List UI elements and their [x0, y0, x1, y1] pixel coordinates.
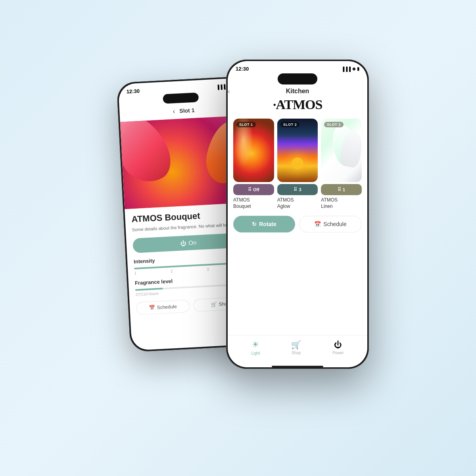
shop-icon: 🛒 [291, 340, 301, 349]
home-indicator [272, 366, 323, 367]
slot-3-status-label: 1 [343, 187, 345, 192]
slots-grid: SLOT 1 ⠿ Off ATMOS Bouquet [228, 119, 367, 209]
on-button-label: On [188, 239, 197, 246]
back-chevron-icon[interactable]: ‹ [168, 106, 180, 117]
slot-1-badge: SLOT 1 [236, 122, 256, 127]
schedule-icon: 📅 [314, 221, 321, 227]
schedule-button[interactable]: 📅 Schedule [136, 299, 190, 315]
front-status-time: 12:30 [236, 66, 249, 72]
slot-3-image[interactable]: SLOT 3 [321, 119, 362, 182]
slot-2-image[interactable]: SLOT 2 [277, 119, 318, 182]
slot-2-status[interactable]: ⠿ 3 [277, 184, 318, 195]
slot-1-name: ATMOS Bouquet [233, 197, 274, 209]
slot-item-1: SLOT 1 ⠿ Off ATMOS Bouquet [233, 119, 274, 209]
logo-dot: · [273, 97, 276, 112]
phones-container: 12:30 ▐▐▐ ◈ ▮ ‹ Slot 1 [99, 60, 377, 416]
slot-2-badge: SLOT 2 [280, 122, 300, 127]
slot-3-badge: SLOT 3 [324, 122, 344, 127]
schedule-label: Schedule [157, 304, 177, 311]
signal-icon: ▐▐▐ [216, 84, 226, 89]
cart-icon: 🛒 [211, 302, 217, 308]
rotate-icon: ↻ [252, 221, 257, 227]
slot-2-status-label: 3 [299, 187, 301, 192]
slot-1-image[interactable]: SLOT 1 [233, 119, 274, 182]
front-actions: ↻ Rotate 📅 Schedule [228, 216, 367, 232]
front-wifi-icon: ◈ [352, 66, 355, 71]
back-dynamic-island [163, 92, 199, 104]
back-status-time: 12:30 [126, 88, 140, 95]
rotate-button[interactable]: ↻ Rotate [233, 216, 295, 232]
nav-shop[interactable]: 🛒 Shop [291, 340, 301, 355]
slot-item-3: SLOT 3 ⠿ 1 ATMOS Linen [321, 119, 362, 209]
calendar-icon: 📅 [149, 305, 155, 311]
front-battery-icon: ▮ [357, 66, 359, 71]
front-status-icons: ▐▐▐ ◈ ▮ [342, 66, 359, 71]
front-bottom-nav: ☀ Light 🛒 Shop ⏻ Power [228, 335, 367, 363]
light-icon: ☀ [251, 340, 259, 350]
phone-front: 12:30 ▐▐▐ ◈ ▮ ‹ Kitchen ·ATMOS [226, 60, 369, 369]
front-signal-icon: ▐▐▐ [342, 67, 351, 71]
front-phone-content: 12:30 ▐▐▐ ◈ ▮ ‹ Kitchen ·ATMOS [228, 61, 367, 367]
front-schedule-label: Schedule [323, 221, 346, 227]
nav-light[interactable]: ☀ Light [251, 340, 260, 355]
power-label: Power [332, 351, 344, 355]
front-nav-title: Kitchen [286, 88, 309, 95]
back-nav-title: Slot 1 [179, 107, 195, 114]
slot-item-2: SLOT 2 ⠿ 3 ATMOS Aglow [277, 119, 318, 209]
light-label: Light [251, 351, 260, 355]
slot-1-status[interactable]: ⠿ Off [233, 184, 274, 195]
front-back-arrow[interactable]: ‹ [228, 87, 230, 96]
slot-1-status-label: Off [253, 187, 259, 192]
shop-nav-label: Shop [292, 351, 301, 355]
front-nav: ‹ Kitchen [228, 88, 367, 95]
front-dynamic-island [278, 73, 317, 84]
rotate-label: Rotate [259, 221, 276, 227]
fragrance-fill [135, 288, 163, 291]
atmos-logo: ·ATMOS [228, 97, 367, 112]
front-status-bar: 12:30 ▐▐▐ ◈ ▮ [228, 61, 367, 73]
slot-2-icon: ⠿ [294, 187, 297, 192]
slot-3-status[interactable]: ⠿ 1 [321, 184, 362, 195]
power-circle-icon: ⏻ [180, 240, 186, 247]
slot-2-name: ATMOS Aglow [277, 197, 318, 209]
front-schedule-button[interactable]: 📅 Schedule [299, 216, 362, 232]
nav-power[interactable]: ⏻ Power [332, 340, 344, 355]
slot-1-icon: ⠿ [248, 187, 251, 192]
slot-3-icon: ⠿ [338, 187, 341, 192]
power-icon: ⏻ [334, 340, 342, 349]
slot-3-name: ATMOS Linen [321, 197, 362, 209]
fragrance-hours: 27/110 hours [135, 291, 159, 297]
